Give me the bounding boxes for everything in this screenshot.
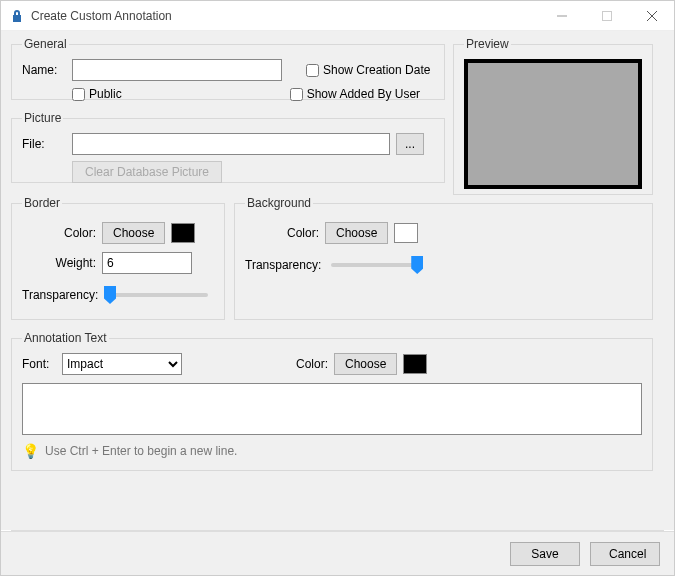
border-color-choose-button[interactable]: Choose	[102, 222, 165, 244]
picture-legend: Picture	[22, 111, 63, 125]
picture-group: Picture File: ... Clear Database Picture	[11, 111, 445, 183]
background-group: Background Color: Choose Transparency:	[234, 196, 653, 320]
font-select[interactable]: Impact	[62, 353, 182, 375]
name-label: Name:	[22, 63, 66, 77]
close-button[interactable]	[629, 1, 674, 30]
annotation-text-legend: Annotation Text	[22, 331, 109, 345]
background-color-label: Color:	[245, 226, 319, 240]
text-color-label: Color:	[288, 357, 328, 371]
window-title: Create Custom Annotation	[31, 9, 539, 23]
save-button[interactable]: Save	[510, 542, 580, 566]
font-label: Font:	[22, 357, 56, 371]
show-added-by-checkbox[interactable]: Show Added By User	[290, 87, 420, 101]
background-transparency-label: Transparency:	[245, 258, 319, 272]
background-color-swatch	[394, 223, 418, 243]
footer: Save Cancel	[1, 531, 674, 575]
titlebar: Create Custom Annotation	[1, 1, 674, 31]
svg-rect-1	[602, 11, 611, 20]
border-transparency-thumb[interactable]	[104, 286, 116, 304]
show-creation-checkbox[interactable]: Show Creation Date	[306, 63, 430, 77]
window-buttons	[539, 1, 674, 30]
border-weight-label: Weight:	[22, 256, 96, 270]
general-group: General Name: Show Creation Date Public …	[11, 37, 445, 100]
browse-button[interactable]: ...	[396, 133, 424, 155]
border-color-label: Color:	[22, 226, 96, 240]
hint-row: 💡 Use Ctrl + Enter to begin a new line.	[22, 443, 642, 459]
cancel-button[interactable]: Cancel	[590, 542, 660, 566]
file-label: File:	[22, 137, 66, 151]
border-transparency-slider[interactable]	[108, 293, 208, 297]
preview-group: Preview	[453, 37, 653, 195]
annotation-text-group: Annotation Text Font: Impact Color: Choo…	[11, 331, 653, 471]
window: Create Custom Annotation General Name: S…	[0, 0, 675, 576]
app-icon	[9, 8, 25, 24]
general-legend: General	[22, 37, 69, 51]
clear-picture-button: Clear Database Picture	[72, 161, 222, 183]
border-weight-input[interactable]	[102, 252, 192, 274]
annotation-textarea[interactable]	[22, 383, 642, 435]
background-transparency-thumb[interactable]	[411, 256, 423, 274]
background-legend: Background	[245, 196, 313, 210]
background-transparency-slider[interactable]	[331, 263, 419, 267]
border-legend: Border	[22, 196, 62, 210]
border-transparency-label: Transparency:	[22, 288, 96, 302]
minimize-button[interactable]	[539, 1, 584, 30]
dialog-body: General Name: Show Creation Date Public …	[1, 31, 674, 530]
hint-text: Use Ctrl + Enter to begin a new line.	[45, 444, 237, 458]
text-color-choose-button[interactable]: Choose	[334, 353, 397, 375]
preview-canvas	[464, 59, 642, 189]
public-checkbox[interactable]: Public	[72, 87, 122, 101]
background-color-choose-button[interactable]: Choose	[325, 222, 388, 244]
file-input[interactable]	[72, 133, 390, 155]
border-color-swatch	[171, 223, 195, 243]
maximize-button[interactable]	[584, 1, 629, 30]
preview-legend: Preview	[464, 37, 511, 51]
bulb-icon: 💡	[22, 443, 39, 459]
name-input[interactable]	[72, 59, 282, 81]
text-color-swatch	[403, 354, 427, 374]
border-group: Border Color: Choose Weight: Transparenc…	[11, 196, 225, 320]
